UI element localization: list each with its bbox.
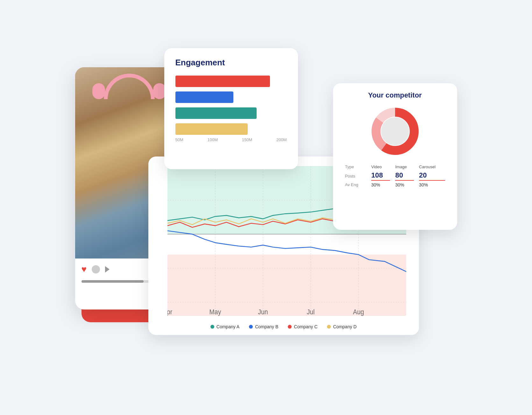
- table-row-posts: Posts 108 80 20: [343, 171, 448, 181]
- comment-icon[interactable]: [92, 265, 100, 273]
- svg-text:Apr: Apr: [167, 308, 172, 316]
- col-header-carousel: Carousel: [416, 163, 447, 171]
- col-header-image: Image: [393, 163, 416, 171]
- bar-row-2: [175, 91, 287, 103]
- bar-row-1: [175, 76, 287, 87]
- bar-chart: [175, 76, 287, 135]
- competitor-card: Your competitor Type Video Image C: [333, 83, 457, 230]
- image-aveng: 30%: [393, 181, 416, 188]
- bar-row-4: [175, 123, 287, 135]
- axis-label-1: 50M: [175, 137, 183, 142]
- legend-label-d: Company D: [333, 324, 357, 329]
- bar-blue: [175, 91, 233, 103]
- legend-company-b: Company B: [249, 324, 278, 329]
- competitor-table: Type Video Image Carousel Posts 108 80: [343, 163, 448, 188]
- carousel-aveng: 30%: [416, 181, 447, 188]
- legend-dot-a: [210, 325, 214, 329]
- svg-text:May: May: [209, 308, 221, 316]
- svg-text:Jul: Jul: [307, 308, 315, 316]
- row-label-posts: Posts: [343, 171, 369, 181]
- svg-rect-5: [167, 255, 406, 316]
- donut-chart: [370, 106, 421, 157]
- image-posts: 80: [393, 171, 416, 181]
- headphone-left: [92, 83, 105, 99]
- legend-dot-c: [288, 325, 292, 329]
- bar-teal: [175, 107, 257, 119]
- col-header-video: Video: [369, 163, 393, 171]
- video-posts: 108: [369, 171, 393, 181]
- engagement-title: Engagement: [175, 58, 287, 68]
- bar-yellow: [175, 123, 248, 135]
- carousel-posts: 20: [416, 171, 447, 181]
- bar-red: [175, 76, 270, 87]
- svg-text:Jun: Jun: [258, 308, 268, 316]
- legend-dot-b: [249, 325, 253, 329]
- row-label-aveng: Av Eng: [343, 181, 369, 188]
- table-row-aveng: Av Eng 30% 30% 30%: [343, 181, 448, 188]
- legend-dot-d: [327, 325, 331, 329]
- progress-bar-fill: [82, 280, 144, 283]
- scene: ♥ Engagement 50M 100M 150: [75, 48, 457, 367]
- share-icon[interactable]: [105, 266, 110, 273]
- svg-text:Aug: Aug: [353, 308, 364, 316]
- bar-row-3: [175, 107, 287, 119]
- legend-label-b: Company B: [255, 324, 278, 329]
- donut-chart-container: [343, 106, 448, 157]
- axis-label-4: 200M: [276, 137, 287, 142]
- legend-company-d: Company D: [327, 324, 357, 329]
- svg-point-3: [381, 117, 409, 145]
- bar-axis: 50M 100M 150M 200M: [175, 137, 287, 142]
- legend-label-a: Company A: [216, 324, 239, 329]
- axis-label-3: 150M: [242, 137, 252, 142]
- col-header-type: Type: [343, 163, 369, 171]
- engagement-card: Engagement 50M 100M 150M 200M: [164, 48, 298, 169]
- competitor-title: Your competitor: [343, 91, 448, 99]
- chart-legend: Company A Company B Company C Company D: [148, 324, 419, 329]
- axis-label-2: 100M: [208, 137, 218, 142]
- legend-label-c: Company C: [294, 324, 317, 329]
- legend-company-a: Company A: [210, 324, 239, 329]
- legend-company-c: Company C: [288, 324, 317, 329]
- video-aveng: 30%: [369, 181, 393, 188]
- heart-icon[interactable]: ♥: [82, 264, 87, 274]
